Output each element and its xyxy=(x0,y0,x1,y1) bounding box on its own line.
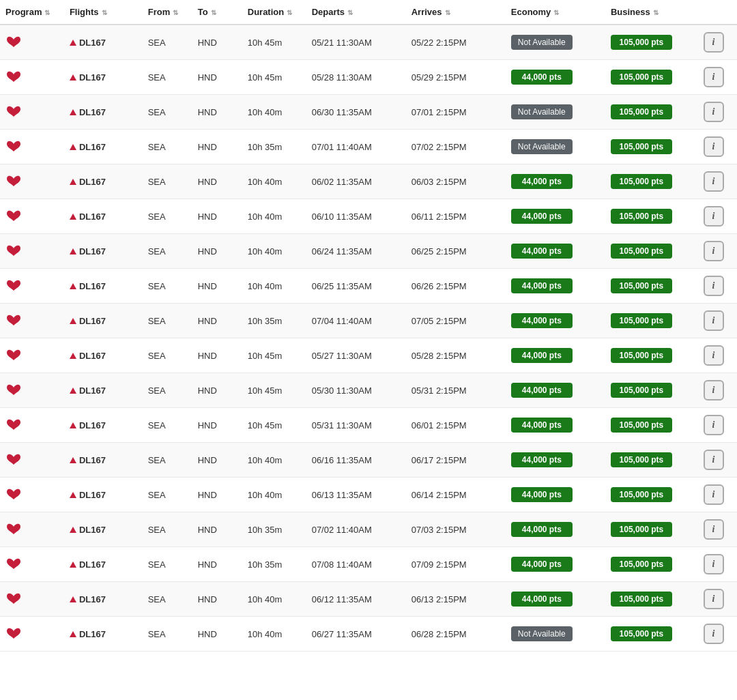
economy-badge[interactable]: 44,000 pts xyxy=(511,592,573,607)
info-button[interactable]: i xyxy=(704,171,724,192)
header-col-from[interactable]: From⇅ xyxy=(143,0,192,25)
business-badge[interactable]: 105,000 pts xyxy=(611,70,672,85)
departs-cell: 05/31 11:30AM xyxy=(306,408,406,443)
info-button[interactable]: i xyxy=(704,345,724,366)
economy-badge[interactable]: 44,000 pts xyxy=(511,452,573,467)
info-button[interactable]: i xyxy=(704,67,724,87)
business-badge[interactable]: 105,000 pts xyxy=(611,592,672,607)
table-row: DL167SEAHND10h 45m05/27 11:30AM05/28 2:1… xyxy=(0,338,737,373)
departs-cell: 07/01 11:40AM xyxy=(306,130,406,164)
header-col-economy[interactable]: Economy⇅ xyxy=(506,0,605,25)
header-col-duration[interactable]: Duration⇅ xyxy=(242,0,306,25)
economy-badge[interactable]: Not Available xyxy=(511,35,573,50)
flight-cell: DL167 xyxy=(64,25,143,60)
economy-badge[interactable]: 44,000 pts xyxy=(511,522,573,537)
info-button[interactable]: i xyxy=(704,276,724,296)
to-cell: HND xyxy=(192,547,242,582)
from-cell: SEA xyxy=(143,512,192,547)
economy-badge[interactable]: 44,000 pts xyxy=(511,70,573,85)
business-badge[interactable]: 105,000 pts xyxy=(611,174,672,189)
economy-cell: 44,000 pts xyxy=(506,234,605,269)
business-badge[interactable]: 105,000 pts xyxy=(611,487,672,502)
business-badge[interactable]: 105,000 pts xyxy=(611,383,672,398)
header-col-arrives[interactable]: Arrives⇅ xyxy=(406,0,506,25)
flight-number: DL167 xyxy=(79,142,106,152)
duration-cell: 10h 45m xyxy=(242,373,306,408)
economy-badge[interactable]: 44,000 pts xyxy=(511,348,573,363)
to-cell: HND xyxy=(192,582,242,617)
info-button[interactable]: i xyxy=(704,415,724,435)
economy-badge[interactable]: 44,000 pts xyxy=(511,278,573,293)
business-badge[interactable]: 105,000 pts xyxy=(611,313,672,328)
from-cell: SEA xyxy=(143,25,192,60)
business-cell: 105,000 pts xyxy=(605,304,698,338)
header-col-flights[interactable]: Flights⇅ xyxy=(64,0,143,25)
business-badge[interactable]: 105,000 pts xyxy=(611,278,672,293)
economy-badge[interactable]: Not Available xyxy=(511,139,573,154)
economy-cell: 44,000 pts xyxy=(506,199,605,234)
business-badge[interactable]: 105,000 pts xyxy=(611,452,672,467)
info-button[interactable]: i xyxy=(704,589,724,609)
economy-badge[interactable]: 44,000 pts xyxy=(511,487,573,502)
business-badge[interactable]: 105,000 pts xyxy=(611,557,672,572)
arrives-cell: 07/09 2:15PM xyxy=(406,547,506,582)
economy-badge[interactable]: 44,000 pts xyxy=(511,174,573,189)
economy-badge[interactable]: 44,000 pts xyxy=(511,313,573,328)
header-col-program[interactable]: Program⇅ xyxy=(0,0,64,25)
economy-badge[interactable]: 44,000 pts xyxy=(511,383,573,398)
program-cell xyxy=(0,234,64,269)
economy-badge[interactable]: 44,000 pts xyxy=(511,557,573,572)
economy-badge[interactable]: 44,000 pts xyxy=(511,418,573,433)
table-row: DL167SEAHND10h 40m06/27 11:35AM06/28 2:1… xyxy=(0,617,737,652)
sort-icon-business: ⇅ xyxy=(653,9,659,16)
business-badge[interactable]: 105,000 pts xyxy=(611,522,672,537)
flight-badge: DL167 xyxy=(70,177,106,187)
table-row: DL167SEAHND10h 40m06/25 11:35AM06/26 2:1… xyxy=(0,269,737,304)
arrives-cell: 06/14 2:15PM xyxy=(406,478,506,512)
business-badge[interactable]: 105,000 pts xyxy=(611,348,672,363)
business-badge[interactable]: 105,000 pts xyxy=(611,626,672,641)
program-cell xyxy=(0,338,64,373)
business-badge[interactable]: 105,000 pts xyxy=(611,35,672,50)
business-badge[interactable]: 105,000 pts xyxy=(611,104,672,119)
to-cell: HND xyxy=(192,408,242,443)
economy-badge[interactable]: Not Available xyxy=(511,104,573,119)
info-button[interactable]: i xyxy=(704,102,724,122)
info-button[interactable]: i xyxy=(704,32,724,53)
header-col-business[interactable]: Business⇅ xyxy=(605,0,698,25)
flight-badge: DL167 xyxy=(70,281,106,291)
economy-badge[interactable]: 44,000 pts xyxy=(511,209,573,224)
business-badge[interactable]: 105,000 pts xyxy=(611,244,672,259)
business-cell: 105,000 pts xyxy=(605,617,698,652)
info-button[interactable]: i xyxy=(704,519,724,540)
economy-badge[interactable]: Not Available xyxy=(511,626,573,641)
info-button[interactable]: i xyxy=(704,450,724,470)
header-col-departs[interactable]: Departs⇅ xyxy=(306,0,406,25)
business-cell: 105,000 pts xyxy=(605,25,698,60)
program-icon xyxy=(5,632,22,642)
info-button[interactable]: i xyxy=(704,380,724,400)
business-badge[interactable]: 105,000 pts xyxy=(611,139,672,154)
delta-triangle-icon xyxy=(70,74,76,81)
departs-cell: 06/16 11:35AM xyxy=(306,443,406,478)
program-icon xyxy=(5,110,22,120)
info-button[interactable]: i xyxy=(704,206,724,227)
info-button[interactable]: i xyxy=(704,136,724,157)
economy-cell: Not Available xyxy=(506,25,605,60)
info-button[interactable]: i xyxy=(704,484,724,505)
info-button[interactable]: i xyxy=(704,624,724,644)
duration-cell: 10h 40m xyxy=(242,199,306,234)
info-button[interactable]: i xyxy=(704,241,724,261)
info-button[interactable]: i xyxy=(704,554,724,574)
flight-number: DL167 xyxy=(79,490,106,500)
header-col-to[interactable]: To⇅ xyxy=(192,0,242,25)
info-button[interactable]: i xyxy=(704,310,724,331)
business-badge[interactable]: 105,000 pts xyxy=(611,418,672,433)
table-row: DL167SEAHND10h 35m07/01 11:40AM07/02 2:1… xyxy=(0,130,737,164)
economy-badge[interactable]: 44,000 pts xyxy=(511,244,573,259)
economy-cell: 44,000 pts xyxy=(506,408,605,443)
sort-icon-economy: ⇅ xyxy=(553,9,559,16)
business-badge[interactable]: 105,000 pts xyxy=(611,209,672,224)
table-row: DL167SEAHND10h 40m06/12 11:35AM06/13 2:1… xyxy=(0,582,737,617)
program-cell xyxy=(0,478,64,512)
